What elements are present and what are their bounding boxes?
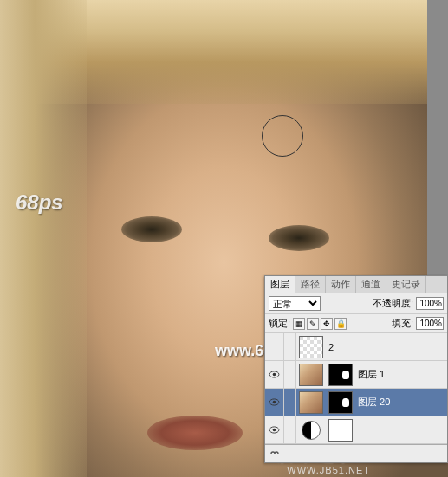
panel-bottom-bar bbox=[265, 444, 447, 462]
link-cell[interactable] bbox=[284, 389, 296, 416]
svg-point-3 bbox=[273, 401, 276, 404]
opacity-label: 不透明度: bbox=[373, 297, 413, 310]
eye-icon bbox=[269, 426, 280, 434]
lock-all-icon[interactable]: 🔒 bbox=[334, 318, 347, 330]
layer-row[interactable] bbox=[265, 416, 447, 444]
watermark-logo: 68ps bbox=[16, 190, 63, 215]
tab-actions[interactable]: 动作 bbox=[326, 276, 356, 293]
mask-thumbnail[interactable] bbox=[328, 419, 353, 442]
layer-name: 图层 1 bbox=[355, 368, 385, 381]
opacity-value[interactable]: 100% bbox=[416, 297, 444, 310]
layer-name: 图层 20 bbox=[355, 396, 390, 409]
layer-thumbnail[interactable] bbox=[299, 336, 323, 358]
layer-row[interactable]: 图层 1 bbox=[265, 361, 447, 389]
layer-row-selected[interactable]: 图层 20 bbox=[265, 389, 447, 416]
tab-channels[interactable]: 通道 bbox=[356, 276, 386, 293]
lock-fill-row: 锁定: ▦ ✎ ✥ 🔒 填充: 100% bbox=[265, 314, 447, 333]
visibility-toggle[interactable] bbox=[265, 333, 284, 360]
tab-paths[interactable]: 路径 bbox=[295, 276, 326, 293]
adjustment-thumbnail[interactable] bbox=[302, 421, 321, 440]
layer-name: 2 bbox=[326, 342, 334, 352]
blend-mode-select[interactable]: 正常 bbox=[269, 296, 321, 311]
svg-point-1 bbox=[273, 373, 276, 377]
link-cell[interactable] bbox=[284, 333, 296, 360]
mask-thumbnail[interactable] bbox=[328, 391, 353, 414]
watermark-bottom-url: WWW.JB51.NET bbox=[287, 465, 370, 475]
photo-eye-right bbox=[269, 225, 329, 251]
photo-eye-left bbox=[121, 216, 182, 242]
lock-transparency-icon[interactable]: ▦ bbox=[293, 318, 305, 330]
link-cell[interactable] bbox=[284, 361, 296, 388]
layer-list: 2 图层 1 图层 20 bbox=[265, 333, 447, 444]
tab-history[interactable]: 史记录 bbox=[386, 276, 426, 293]
lock-position-icon[interactable]: ✥ bbox=[321, 318, 333, 330]
visibility-toggle[interactable] bbox=[265, 389, 284, 416]
eye-icon bbox=[269, 398, 280, 406]
photo-hair-side bbox=[0, 0, 87, 477]
tab-layers[interactable]: 图层 bbox=[265, 276, 295, 293]
link-cell[interactable] bbox=[284, 416, 296, 443]
panel-tabs: 图层 路径 动作 通道 史记录 bbox=[265, 276, 447, 293]
layer-thumbnail[interactable] bbox=[299, 364, 323, 386]
lock-label: 锁定: bbox=[269, 317, 290, 330]
eye-icon bbox=[269, 371, 280, 378]
photo-lips bbox=[147, 416, 243, 450]
layers-panel: 图层 路径 动作 通道 史记录 正常 不透明度: 100% 锁定: ▦ ✎ ✥ … bbox=[264, 275, 448, 463]
fill-value[interactable]: 100% bbox=[416, 317, 444, 330]
canvas-edge bbox=[427, 0, 448, 277]
svg-point-5 bbox=[273, 429, 276, 432]
fill-label: 填充: bbox=[392, 317, 413, 330]
mask-thumbnail[interactable] bbox=[328, 364, 353, 386]
link-layers-icon[interactable] bbox=[269, 448, 281, 460]
lock-icons-group: ▦ ✎ ✥ 🔒 bbox=[293, 318, 347, 330]
visibility-toggle[interactable] bbox=[265, 361, 284, 388]
lock-paint-icon[interactable]: ✎ bbox=[307, 318, 319, 330]
blend-opacity-row: 正常 不透明度: 100% bbox=[265, 293, 447, 314]
layer-row[interactable]: 2 bbox=[265, 333, 447, 361]
visibility-toggle[interactable] bbox=[265, 416, 284, 443]
layer-thumbnail[interactable] bbox=[299, 391, 323, 414]
